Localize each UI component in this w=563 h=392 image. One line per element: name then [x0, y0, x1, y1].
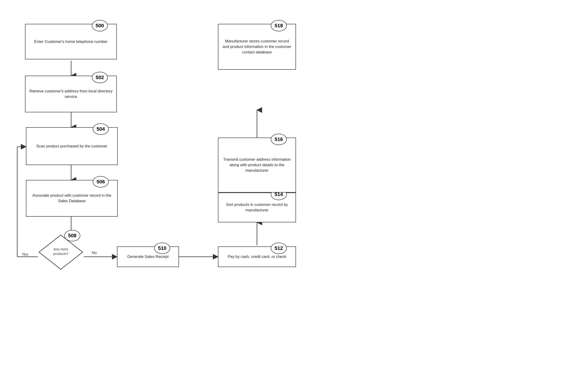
label-500: 500: [92, 20, 108, 31]
svg-text:No: No: [92, 251, 97, 255]
label-504: 504: [93, 123, 109, 135]
label-510: 510: [154, 243, 170, 254]
label-512: 512: [271, 243, 287, 254]
node-516: Transmit customer address information al…: [218, 137, 296, 193]
flowchart: Yes No Enter Customer's home telephone n…: [0, 0, 563, 392]
svg-text:products?: products?: [53, 252, 68, 256]
svg-text:Any more: Any more: [53, 247, 68, 251]
label-508: 508: [64, 230, 80, 241]
label-516: 516: [271, 134, 287, 145]
label-518: 518: [271, 20, 287, 31]
label-506: 506: [93, 176, 109, 187]
label-502: 502: [92, 72, 108, 83]
node-518: Manufacturer stores customer record and …: [218, 24, 296, 70]
svg-text:Yes: Yes: [22, 252, 28, 257]
